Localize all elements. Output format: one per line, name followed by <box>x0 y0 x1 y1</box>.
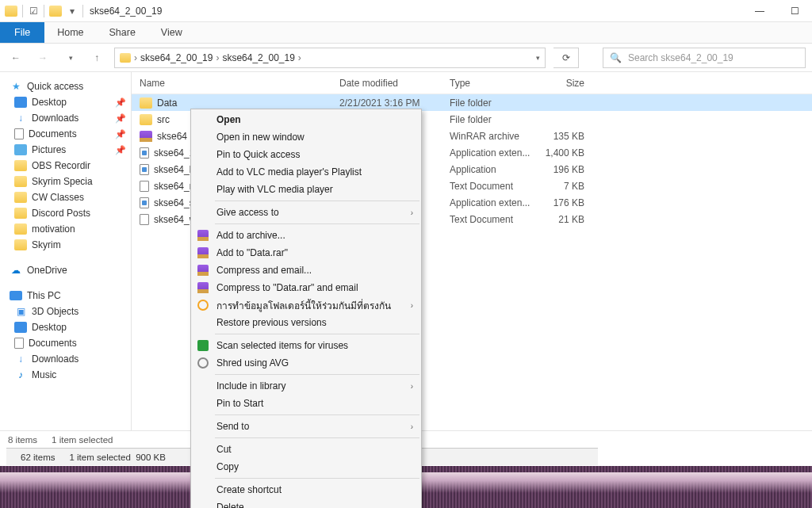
txt-icon <box>140 181 149 192</box>
column-size[interactable]: Size <box>538 78 596 89</box>
file-date: 2/21/2021 3:16 PM <box>333 97 443 109</box>
sidebar-quick-access[interactable]: ★ Quick access <box>0 78 131 94</box>
file-type: Application exten... <box>443 197 538 208</box>
search-input[interactable] <box>628 52 799 63</box>
divider <box>44 5 44 17</box>
tab-share[interactable]: Share <box>97 22 148 43</box>
sidebar-item[interactable]: Discord Posts <box>0 205 131 221</box>
sidebar-item[interactable]: Skyrim <box>0 237 131 253</box>
breadcrumb-segment[interactable]: skse64_2_00_19 <box>222 52 294 63</box>
sidebar-onedrive[interactable]: ☁ OneDrive <box>0 262 131 278</box>
menu-include-library[interactable]: Include in library› <box>191 377 421 395</box>
menu-copy[interactable]: Copy <box>191 458 421 476</box>
tab-home[interactable]: Home <box>44 22 96 43</box>
forward-button[interactable]: → <box>33 48 52 67</box>
folder-icon <box>14 223 27 235</box>
folder-icon <box>14 208 27 219</box>
menu-delete[interactable]: Delete <box>191 498 421 508</box>
sidebar-item[interactable]: Pictures📌 <box>0 142 131 158</box>
checkbox-icon[interactable]: ☑ <box>28 6 39 17</box>
file-type: WinRAR archive <box>443 131 538 142</box>
refresh-button[interactable]: ⟳ <box>553 48 579 68</box>
file-size: 7 KB <box>538 181 596 192</box>
menu-pin-start[interactable]: Pin to Start <box>191 395 421 412</box>
sidebar-item-label: Pictures <box>32 144 66 155</box>
music-icon: ♪ <box>14 369 27 380</box>
status-item-count: 62 items <box>21 453 55 462</box>
separator <box>215 201 419 201</box>
sidebar-item-label: Desktop <box>32 97 67 108</box>
minimize-button[interactable]: — <box>742 0 777 22</box>
menu-open-new-window[interactable]: Open in new window <box>191 128 421 146</box>
menu-open[interactable]: Open <box>191 111 421 128</box>
sidebar-item-label: Desktop <box>32 322 67 333</box>
pin-icon: 📌 <box>115 97 126 108</box>
file-name: src <box>157 114 170 125</box>
menu-compress-email[interactable]: Compress and email... <box>191 262 421 279</box>
menu-scan-virus[interactable]: Scan selected items for viruses <box>191 337 421 354</box>
back-button[interactable]: ← <box>6 48 25 67</box>
file-type: Application exten... <box>443 147 538 159</box>
menu-give-access[interactable]: Give access to› <box>191 204 421 221</box>
maximize-button[interactable]: ☐ <box>777 0 812 22</box>
sidebar-item[interactable]: Documents📌 <box>0 126 131 142</box>
menu-vlc-play[interactable]: Play with VLC media player <box>191 181 421 198</box>
sidebar-item[interactable]: ↓Downloads📌 <box>0 110 131 126</box>
sidebar-item[interactable]: motivation <box>0 221 131 237</box>
menu-restore-versions[interactable]: Restore previous versions <box>191 314 421 331</box>
sidebar-item[interactable]: CW Classes <box>0 189 131 205</box>
sidebar-item[interactable]: ↓Downloads <box>0 351 131 367</box>
folder-icon <box>140 114 152 125</box>
search-box[interactable]: 🔍 <box>603 48 806 68</box>
menu-sync[interactable]: การทำข้อมูลโฟลเดอร์นี้ให้ร่วมกันมีที่ตรง… <box>191 296 421 314</box>
file-name: Data <box>157 97 177 109</box>
sidebar-item[interactable]: ♪Music <box>0 367 131 383</box>
separator <box>215 437 419 438</box>
sidebar-this-pc[interactable]: This PC <box>0 288 131 304</box>
sidebar-item[interactable]: Desktop📌 <box>0 94 131 110</box>
folder-icon <box>14 176 27 187</box>
address-bar[interactable]: › skse64_2_00_19 › skse64_2_00_19 › ▾ <box>114 48 546 68</box>
separator <box>215 374 419 375</box>
tab-view[interactable]: View <box>148 22 195 43</box>
menu-create-shortcut[interactable]: Create shortcut <box>191 481 421 498</box>
download-icon: ↓ <box>14 353 27 365</box>
menu-cut[interactable]: Cut <box>191 441 421 458</box>
navigation-pane: ★ Quick access Desktop📌↓Downloads📌Docume… <box>0 72 132 430</box>
file-tab[interactable]: File <box>0 22 44 43</box>
pin-icon: 📌 <box>115 129 126 139</box>
sidebar-item[interactable]: Documents <box>0 335 131 351</box>
sidebar-item-label: Downloads <box>32 113 79 124</box>
separator-icon: › <box>134 52 137 63</box>
menu-add-rar[interactable]: Add to "Data.rar" <box>191 244 421 262</box>
sidebar-item[interactable]: Skyrim Specia <box>0 174 131 189</box>
menu-shred[interactable]: Shred using AVG <box>191 354 421 372</box>
column-type[interactable]: Type <box>443 78 538 89</box>
file-size: 176 KB <box>538 197 596 208</box>
rar-icon <box>196 281 210 294</box>
sidebar-item[interactable]: OBS Recordir <box>0 158 131 174</box>
app-icon <box>140 197 149 208</box>
menu-vlc-add[interactable]: Add to VLC media player's Playlist <box>191 163 421 181</box>
menu-pin-quick-access[interactable]: Pin to Quick access <box>191 146 421 163</box>
separator <box>215 334 419 334</box>
desktop-icon <box>14 322 27 333</box>
doc-icon <box>14 128 24 139</box>
file-type: Text Document <box>443 214 538 225</box>
sidebar-item[interactable]: ▣3D Objects <box>0 304 131 319</box>
column-name[interactable]: Name <box>132 78 333 89</box>
pic-icon <box>14 144 27 155</box>
qat-dropdown-icon[interactable]: ▾ <box>67 6 78 17</box>
sidebar-item[interactable]: Desktop <box>0 319 131 335</box>
menu-compress-rar-email[interactable]: Compress to "Data.rar" and email <box>191 279 421 296</box>
column-headers[interactable]: Name Date modified Type Size <box>132 72 812 94</box>
breadcrumb-segment[interactable]: skse64_2_00_19 <box>140 52 213 63</box>
column-date[interactable]: Date modified <box>333 78 443 89</box>
chevron-down-icon[interactable]: ▾ <box>536 54 540 62</box>
menu-send-to[interactable]: Send to› <box>191 418 421 435</box>
folder-icon <box>14 239 27 250</box>
recent-dropdown[interactable]: ▾ <box>60 48 79 67</box>
app-icon <box>140 164 149 175</box>
menu-add-archive[interactable]: Add to archive... <box>191 227 421 244</box>
up-button[interactable]: ↑ <box>87 48 106 67</box>
